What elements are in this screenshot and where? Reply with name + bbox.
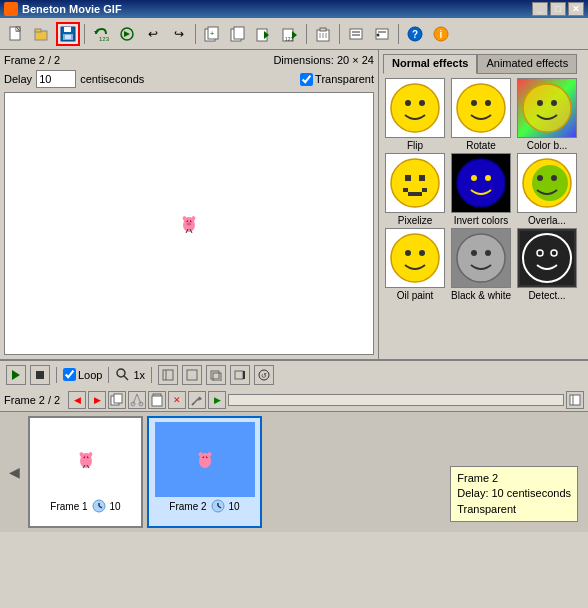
- frames-nav: ◀ ▶ ✕ ▶: [68, 391, 226, 409]
- svg-rect-3: [35, 29, 41, 32]
- nav-btn-4[interactable]: [230, 365, 250, 385]
- invert-effect[interactable]: Invert colors: [449, 153, 513, 226]
- bw-effect[interactable]: Black & white: [449, 228, 513, 301]
- frame-copy-button[interactable]: [108, 391, 126, 409]
- svg-point-72: [485, 250, 491, 256]
- colorb-effect[interactable]: Color b...: [515, 78, 579, 151]
- minimize-button[interactable]: _: [532, 2, 548, 16]
- help-button[interactable]: ?: [403, 22, 427, 46]
- frame-delete-button[interactable]: ✕: [168, 391, 186, 409]
- svg-text:+: +: [210, 29, 215, 38]
- transparent-label: Transparent: [315, 73, 374, 85]
- title-bar-text: Beneton Movie GIF: [22, 3, 532, 15]
- tooltip-line1: Frame 2: [457, 471, 571, 486]
- frame-1-thumb[interactable]: Frame 1 10: [28, 416, 143, 528]
- svg-rect-57: [403, 188, 408, 192]
- svg-point-31: [377, 33, 380, 36]
- svg-point-71: [471, 250, 477, 256]
- props-button[interactable]: [344, 22, 368, 46]
- delay-row: Delay centiseconds Transparent: [4, 70, 374, 88]
- new-button[interactable]: [4, 22, 28, 46]
- export2-button[interactable]: 123: [278, 22, 302, 46]
- frame-2-clock-icon: [211, 499, 225, 513]
- frame-2-delay: 10: [229, 501, 240, 512]
- detect-effect[interactable]: Detect...: [515, 228, 579, 301]
- save-button[interactable]: [56, 22, 80, 46]
- toolbar-sep-3: [306, 24, 307, 44]
- normal-effects-tab[interactable]: Normal effects: [383, 54, 477, 74]
- loop-checkbox[interactable]: [63, 368, 76, 381]
- rotate-effect[interactable]: Rotate: [449, 78, 513, 151]
- pixelize-effect[interactable]: Pixelize: [383, 153, 447, 226]
- redo-button[interactable]: ↪: [167, 22, 191, 46]
- frame-2-thumb[interactable]: Frame 2 10: [147, 416, 262, 528]
- copy-frame-button[interactable]: [226, 22, 250, 46]
- horizontal-scrollbar[interactable]: [228, 394, 564, 406]
- pb-sep-3: [151, 367, 152, 383]
- delete-frame-button[interactable]: [311, 22, 335, 46]
- overlay-effect[interactable]: Overla...: [515, 153, 579, 226]
- nav-btn-5[interactable]: ↺: [254, 365, 274, 385]
- svg-point-69: [419, 250, 425, 256]
- undo-button[interactable]: 123: [89, 22, 113, 46]
- props2-button[interactable]: [370, 22, 394, 46]
- canvas-panel: Frame 2 / 2 Dimensions: 20 × 24 Delay ce…: [0, 50, 378, 359]
- svg-rect-86: [235, 371, 243, 379]
- frame-edit-button[interactable]: [188, 391, 206, 409]
- stop-button[interactable]: [30, 365, 50, 385]
- frame-export-button[interactable]: ▶: [208, 391, 226, 409]
- rotate-thumb: [451, 78, 511, 138]
- oilpaint-effect[interactable]: Oil paint: [383, 228, 447, 301]
- frame-prev-button[interactable]: ◀: [68, 391, 86, 409]
- svg-point-67: [391, 234, 439, 282]
- loop-button[interactable]: [115, 22, 139, 46]
- bw-thumb: [451, 228, 511, 288]
- frame-next-button[interactable]: ▶: [88, 391, 106, 409]
- pixelize-label: Pixelize: [398, 215, 432, 226]
- play-button[interactable]: [6, 365, 26, 385]
- frame-cut-button[interactable]: [128, 391, 146, 409]
- svg-rect-59: [422, 188, 427, 192]
- flip-thumb: [385, 78, 445, 138]
- frame-2-canvas: [155, 422, 255, 497]
- delay-input[interactable]: [36, 70, 76, 88]
- svg-text:↺: ↺: [261, 372, 267, 379]
- nav-btn-3[interactable]: [206, 365, 226, 385]
- title-bar: Beneton Movie GIF _ □ ✕: [0, 0, 588, 18]
- toolbar-sep-2: [195, 24, 196, 44]
- svg-point-47: [419, 100, 425, 106]
- nav-btn-2[interactable]: [182, 365, 202, 385]
- frame-settings-button[interactable]: [566, 391, 584, 409]
- rotate-label: Rotate: [466, 140, 495, 151]
- frames-scroll-left[interactable]: ◀: [4, 416, 24, 528]
- nav-btn-1[interactable]: [158, 365, 178, 385]
- export-button[interactable]: [252, 22, 276, 46]
- flip-effect[interactable]: Flip: [383, 78, 447, 151]
- svg-rect-56: [419, 175, 425, 181]
- transparent-checkbox[interactable]: [300, 73, 313, 86]
- frame-paste-button[interactable]: [148, 391, 166, 409]
- toolbar-sep-1: [84, 24, 85, 44]
- animated-effects-tab[interactable]: Animated effects: [477, 54, 577, 74]
- open-button[interactable]: [30, 22, 54, 46]
- svg-point-70: [457, 234, 505, 282]
- undo2-button[interactable]: ↩: [141, 22, 165, 46]
- frame-tooltip: Frame 2 Delay: 10 centiseconds Transpare…: [450, 466, 578, 522]
- svg-point-48: [457, 84, 505, 132]
- add-frame-button[interactable]: +: [200, 22, 224, 46]
- frame-1-delay: 10: [110, 501, 121, 512]
- zoom-level: 1x: [133, 369, 145, 381]
- svg-point-46: [405, 100, 411, 106]
- svg-rect-97: [152, 396, 162, 406]
- svg-rect-58: [408, 192, 422, 196]
- svg-point-54: [391, 159, 439, 207]
- close-button[interactable]: ✕: [568, 2, 584, 16]
- about-button[interactable]: i: [429, 22, 453, 46]
- svg-rect-91: [114, 394, 122, 403]
- loop-checkbox-row: Loop: [63, 368, 102, 381]
- pb-sep-1: [56, 367, 57, 383]
- maximize-button[interactable]: □: [550, 2, 566, 16]
- svg-point-64: [532, 165, 568, 201]
- frame-1-sprite: [76, 450, 96, 470]
- svg-text:i: i: [440, 29, 443, 40]
